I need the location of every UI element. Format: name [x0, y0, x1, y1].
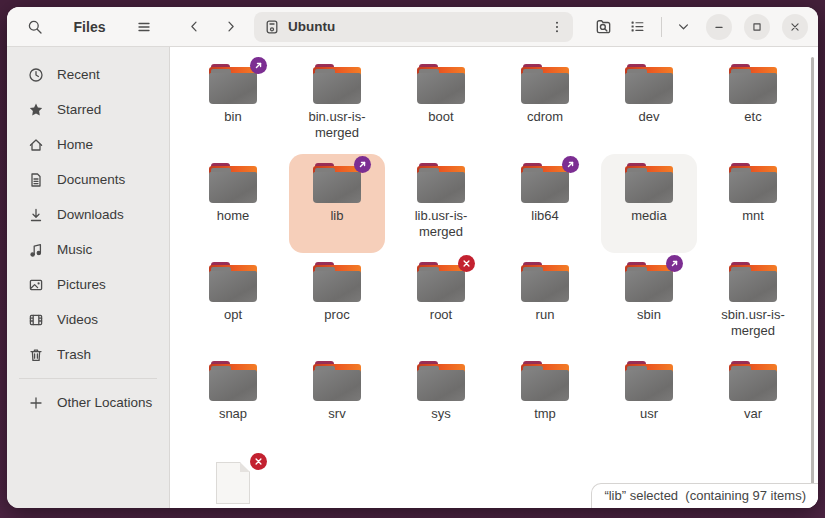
- minimize-button[interactable]: [706, 14, 732, 40]
- file-item-lib-usr-is-merged[interactable]: lib.usr-is-merged: [393, 154, 489, 253]
- symlink-arrow-icon: [250, 57, 267, 74]
- file-item-cdrom[interactable]: cdrom: [497, 55, 593, 154]
- file-label: media: [631, 208, 666, 224]
- clock-icon: [28, 67, 44, 83]
- search-button[interactable]: [21, 13, 49, 41]
- sidebar-list: Recent Starred Home Documents Downloads …: [7, 57, 169, 372]
- file-label: dev: [639, 109, 660, 125]
- file-label: sbin.usr-is-merged: [710, 307, 796, 339]
- file-item-media[interactable]: media: [601, 154, 697, 253]
- sidebar-item-recent[interactable]: Recent: [13, 57, 163, 92]
- file-label: cdrom: [527, 109, 563, 125]
- no-access-icon: [250, 453, 267, 470]
- file-label: etc: [744, 109, 761, 125]
- file-label: tmp: [534, 406, 556, 422]
- file-label: sbin: [637, 307, 661, 323]
- sidebar-item-videos[interactable]: Videos: [13, 302, 163, 337]
- sidebar-item-pictures[interactable]: Pictures: [13, 267, 163, 302]
- file-item-sbin-usr-is-merged[interactable]: sbin.usr-is-merged: [705, 253, 801, 352]
- download-icon: [28, 207, 44, 223]
- folder-icon: [729, 64, 777, 104]
- file-label: srv: [328, 406, 345, 422]
- folder-icon: [521, 361, 569, 401]
- home-icon: [28, 137, 44, 153]
- view-options-button[interactable]: [672, 13, 694, 41]
- file-item-sys[interactable]: sys: [393, 352, 489, 451]
- file-label: root: [430, 307, 452, 323]
- file-item-lib[interactable]: lib: [289, 154, 385, 253]
- file-item-run[interactable]: run: [497, 253, 593, 352]
- file-item-proc[interactable]: proc: [289, 253, 385, 352]
- sidebar-item-label: Other Locations: [57, 395, 152, 410]
- sidebar-item-downloads[interactable]: Downloads: [13, 197, 163, 232]
- file-item-boot[interactable]: boot: [393, 55, 489, 154]
- symlink-arrow-icon: [354, 156, 371, 173]
- no-access-icon: [458, 255, 475, 272]
- maximize-button[interactable]: [744, 14, 770, 40]
- folder-icon: [209, 262, 257, 302]
- folder-icon: [521, 163, 569, 203]
- file-item-snap[interactable]: snap: [185, 352, 281, 451]
- folder-icon: [625, 64, 673, 104]
- file-item-usr[interactable]: usr: [601, 352, 697, 451]
- file-item-var[interactable]: var: [705, 352, 801, 451]
- file-item-home[interactable]: home: [185, 154, 281, 253]
- file-item-etc[interactable]: etc: [705, 55, 801, 154]
- folder-icon: [625, 361, 673, 401]
- sidebar-item-documents[interactable]: Documents: [13, 162, 163, 197]
- back-button[interactable]: [180, 13, 208, 41]
- main-menu-button[interactable]: [130, 13, 158, 41]
- file-item-lib64[interactable]: lib64: [497, 154, 593, 253]
- header-bar: Files Ubuntu: [7, 7, 818, 47]
- file-label: lib.usr-is-merged: [398, 208, 484, 240]
- vertical-scrollbar[interactable]: [811, 57, 814, 500]
- sidebar-item-home[interactable]: Home: [13, 127, 163, 162]
- sidebar-item-label: Documents: [57, 172, 125, 187]
- sidebar-item-label: Pictures: [57, 277, 106, 292]
- search-in-folder-button[interactable]: [589, 13, 617, 41]
- sidebar-item-label: Music: [57, 242, 92, 257]
- file-label: lib: [330, 208, 343, 224]
- sidebar-footer: Other Locations: [7, 385, 169, 420]
- sidebar-item-starred[interactable]: Starred: [13, 92, 163, 127]
- file-item-bin-usr-is-merged[interactable]: bin.usr-is-merged: [289, 55, 385, 154]
- sidebar-item-label: Trash: [57, 347, 91, 362]
- folder-icon: [729, 163, 777, 203]
- sidebar-item-trash[interactable]: Trash: [13, 337, 163, 372]
- file-label: lib64: [531, 208, 558, 224]
- sidebar-item-label: Videos: [57, 312, 98, 327]
- header-left: Files: [7, 13, 170, 41]
- close-button[interactable]: [782, 14, 808, 40]
- file-item-bin[interactable]: bin: [185, 55, 281, 154]
- file-label: boot: [428, 109, 453, 125]
- folder-icon: [417, 262, 465, 302]
- file-item-opt[interactable]: opt: [185, 253, 281, 352]
- file-label: proc: [324, 307, 349, 323]
- forward-button[interactable]: [216, 13, 244, 41]
- path-bar[interactable]: Ubuntu: [254, 12, 573, 42]
- chevron-left-icon: [187, 19, 202, 34]
- app-title: Files: [74, 19, 106, 35]
- folder-icon: [209, 361, 257, 401]
- chevron-down-icon: [676, 19, 691, 34]
- sidebar-item-label: Home: [57, 137, 93, 152]
- sidebar-item-label: Recent: [57, 67, 100, 82]
- file-label: opt: [224, 307, 242, 323]
- file-item-mnt[interactable]: mnt: [705, 154, 801, 253]
- toolbar-divider: [661, 17, 662, 37]
- file-label: mnt: [742, 208, 764, 224]
- magnifier-icon: [27, 19, 43, 35]
- file-item-srv[interactable]: srv: [289, 352, 385, 451]
- sidebar-item-music[interactable]: Music: [13, 232, 163, 267]
- file-item-root[interactable]: root: [393, 253, 489, 352]
- file-item-sbin[interactable]: sbin: [601, 253, 697, 352]
- list-view-toggle-button[interactable]: [623, 13, 651, 41]
- file-item-tmp[interactable]: tmp: [497, 352, 593, 451]
- file-item-dev[interactable]: dev: [601, 55, 697, 154]
- folder-icon: [209, 163, 257, 203]
- location-menu-button[interactable]: [545, 15, 569, 39]
- file-item-swap-img[interactable]: swap.img: [185, 451, 281, 508]
- sidebar-item-other-locations[interactable]: Other Locations: [13, 385, 163, 420]
- list-view-icon: [629, 18, 646, 35]
- star-icon: [28, 102, 44, 118]
